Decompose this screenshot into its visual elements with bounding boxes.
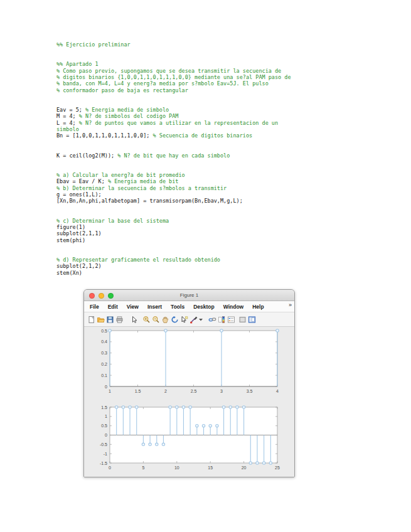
zoom-in-button[interactable]: [142, 314, 151, 324]
stem-marker: [202, 424, 205, 427]
save-figure-icon: [106, 316, 114, 324]
insert-colorbar-button[interactable]: [217, 314, 227, 324]
code-line: Bn = [1,0,0,1,1,0,1,1,1,0,0]; % Secuenci…: [56, 132, 291, 139]
zoom-out-icon: [152, 316, 160, 324]
menu-tools[interactable]: Tools: [166, 304, 189, 310]
menu-file[interactable]: File: [85, 304, 104, 310]
y-tick-label: -0.5: [100, 442, 107, 447]
minimize-window-button[interactable]: [99, 293, 104, 299]
stem-marker: [242, 406, 245, 408]
brush-data-icon: [189, 316, 198, 324]
menu-desktop[interactable]: Desktop: [189, 304, 219, 310]
x-tick-label: 4: [276, 389, 279, 393]
code-line: % b) Determinar la secuencia de s?mbolos…: [56, 185, 291, 191]
insert-legend-button[interactable]: [227, 314, 236, 324]
close-window-button[interactable]: [89, 293, 95, 299]
pan-button[interactable]: [161, 314, 170, 324]
stem-marker: [156, 443, 158, 445]
figure-canvas: 11.522.533.5400.10.20.30.40.50510152025-…: [84, 327, 294, 477]
stem-subplot-1: 11.522.533.5400.10.20.30.40.5: [101, 329, 279, 394]
menu-help[interactable]: Help: [248, 304, 268, 310]
brush-dropdown-icon: [198, 316, 203, 324]
print-figure-icon: [115, 316, 124, 324]
code-line: [56, 146, 291, 152]
y-tick-label: 0.3: [101, 351, 107, 355]
menu-view[interactable]: View: [122, 304, 143, 310]
stem-marker: [115, 406, 117, 408]
traffic-lights: [89, 293, 114, 299]
y-tick-label: 0.4: [101, 339, 107, 344]
stem-subplot-2: 0510152025-1.5-1-0.500.511.5: [100, 405, 280, 471]
code-line: stem(phi): [56, 237, 291, 243]
code-line: [56, 243, 291, 250]
code-line: % banda, con M=4, L=4 y energ?a media po…: [56, 80, 291, 87]
open-file-button[interactable]: [96, 314, 105, 324]
x-tick-label: 1: [109, 389, 111, 393]
stem-marker: [229, 406, 232, 408]
figure-menubar: FileEditViewInsertToolsDesktopWindowHelp…: [84, 301, 294, 312]
stem-marker: [236, 406, 238, 408]
stem-marker: [182, 406, 184, 408]
code-line: simbolo: [56, 126, 291, 132]
code-line: [56, 93, 291, 100]
menu-insert[interactable]: Insert: [143, 304, 166, 310]
code-line: [56, 100, 291, 107]
zoom-window-button[interactable]: [108, 293, 114, 299]
x-tick-label: 5: [142, 466, 144, 470]
stem-marker: [142, 443, 144, 445]
edit-plot-button[interactable]: [129, 314, 139, 324]
axes-box: [110, 331, 277, 386]
new-file-icon: [87, 316, 95, 324]
code-line: Eav = 5; % Energia media de simbolo: [56, 107, 291, 113]
menu-overflow-chevron-icon[interactable]: »: [289, 302, 292, 308]
code-line: g = ones(1,L);: [56, 191, 291, 198]
figure-window-titlebar[interactable]: Figure 1: [84, 290, 294, 301]
x-tick-label: 15: [208, 466, 213, 470]
data-cursor-icon: [180, 316, 188, 324]
x-tick-label: 1.5: [135, 389, 141, 393]
code-line: % conformador paso de baja es rectangula…: [56, 87, 291, 93]
rotate-3d-button[interactable]: [170, 314, 179, 324]
menu-window[interactable]: Window: [219, 304, 248, 310]
code-line: stem(Xn): [56, 270, 291, 276]
code-line: %% Apartado 1: [56, 61, 291, 67]
code-line: [56, 55, 291, 61]
new-file-button[interactable]: [87, 314, 96, 324]
code-line: [56, 211, 291, 217]
link-plot-button[interactable]: [208, 314, 217, 324]
stem-marker: [164, 329, 167, 332]
y-tick-label: 1: [105, 414, 107, 418]
brush-data-button[interactable]: [189, 314, 198, 324]
zoom-out-button[interactable]: [151, 314, 161, 324]
x-tick-label: 20: [242, 466, 247, 470]
code-line: figure(1): [56, 224, 291, 230]
stem-marker: [216, 424, 218, 427]
x-tick-label: 10: [174, 466, 179, 470]
stem-marker: [129, 406, 131, 408]
brush-dropdown-button[interactable]: [198, 314, 203, 324]
code-line: L = 4; % N? de puntos que vamos a utiliz…: [56, 120, 291, 126]
print-figure-button[interactable]: [115, 314, 124, 324]
code-line: K = ceil(log2(M)); % N? de bit que hay e…: [56, 152, 291, 159]
show-plot-tools-icon: [248, 316, 256, 324]
code-line: [56, 250, 291, 257]
hide-plot-tools-button[interactable]: [238, 314, 247, 324]
code-line: % digitos binarios {1,0,0,1,1,0,1,1,1,0,…: [56, 74, 291, 80]
code-line: [Xn,Bn,An,phi,alfabetopam] = transmisorp…: [56, 198, 291, 204]
menu-edit[interactable]: Edit: [104, 304, 122, 310]
stem-marker: [256, 462, 259, 464]
show-plot-tools-button[interactable]: [247, 314, 257, 324]
pan-icon: [161, 316, 169, 324]
code-line: [56, 139, 291, 146]
stem-marker: [169, 406, 171, 408]
x-tick-label: 2.5: [191, 389, 197, 393]
figure-window: Figure 1 FileEditViewInsertToolsDesktopW…: [83, 289, 295, 477]
code-line: subplot(2,1,2): [56, 263, 291, 269]
save-figure-button[interactable]: [105, 314, 115, 324]
code-line: % c) Determinar la base del sistema: [56, 218, 291, 224]
stem-marker: [196, 424, 198, 427]
hide-plot-tools-icon: [238, 316, 247, 324]
code-line: Ebav = Eav / K; % Energia media de bit: [56, 178, 291, 184]
code-line: % a) Calcular la energ?a de bit promedio: [56, 172, 291, 178]
data-cursor-button[interactable]: [179, 314, 189, 324]
